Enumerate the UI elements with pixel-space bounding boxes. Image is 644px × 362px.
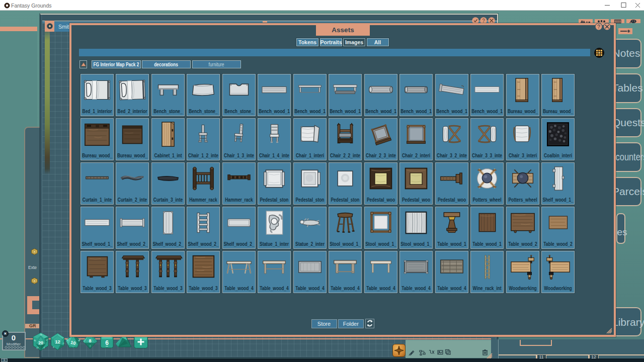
svg-text:12: 12	[55, 339, 60, 344]
svg-text:?: ?	[482, 18, 485, 24]
svg-text:16: 16	[40, 333, 42, 336]
svg-text:10: 10	[70, 340, 76, 346]
svg-text:6: 6	[105, 339, 109, 346]
svg-text:?: ?	[597, 24, 600, 30]
svg-text:20: 20	[38, 340, 43, 345]
svg-text:8: 8	[89, 338, 91, 343]
